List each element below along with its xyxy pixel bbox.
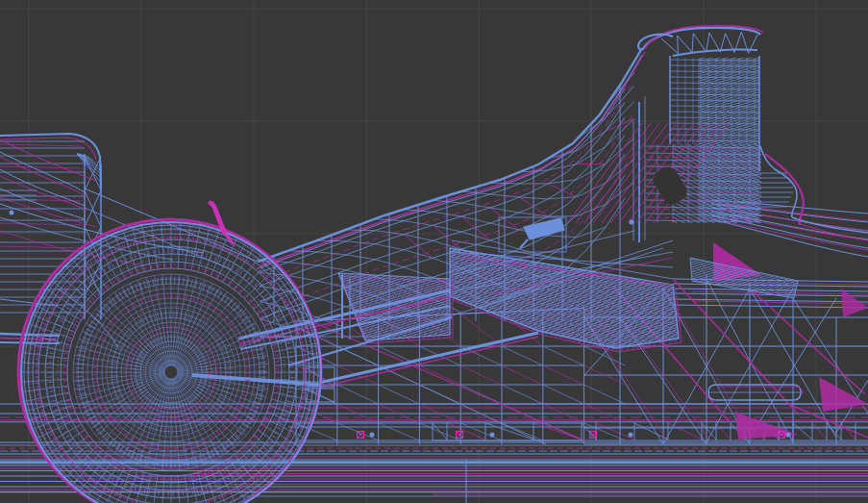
front-wheel[interactable]: [18, 219, 321, 503]
sidepod-suspension[interactable]: [338, 231, 682, 352]
engine-cover[interactable]: [759, 146, 868, 240]
wireframe-scene: [0, 0, 868, 503]
3d-viewport[interactable]: [0, 0, 868, 503]
